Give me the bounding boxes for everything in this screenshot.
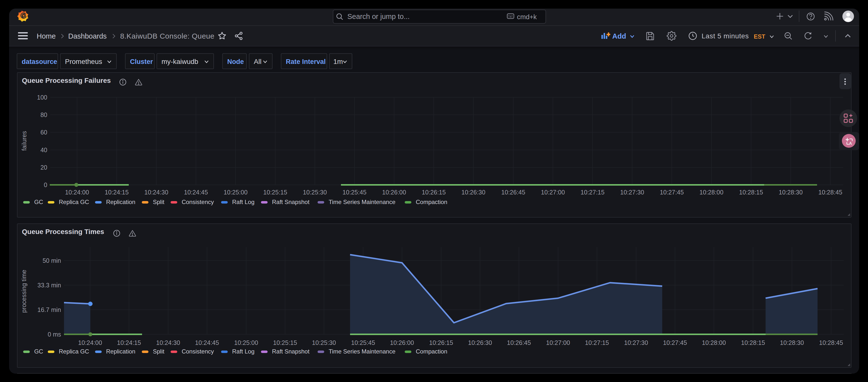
svg-text:10:28:00: 10:28:00 [700,189,723,196]
svg-text:50 min: 50 min [42,257,61,264]
svg-text:10:26:00: 10:26:00 [382,189,406,196]
svg-text:10:24:30: 10:24:30 [144,189,168,196]
svg-text:10:27:15: 10:27:15 [585,339,609,346]
svg-text:10:25:30: 10:25:30 [303,189,327,196]
svg-text:processing time: processing time [21,270,27,313]
svg-text:10:24:45: 10:24:45 [184,189,208,196]
svg-text:33.3 min: 33.3 min [37,282,61,288]
svg-text:10:25:00: 10:25:00 [223,189,247,196]
svg-text:10:25:00: 10:25:00 [234,339,258,346]
svg-text:A: A [849,141,852,146]
svg-text:10:26:30: 10:26:30 [468,339,492,346]
svg-text:10:26:45: 10:26:45 [501,189,525,196]
svg-text:10:24:30: 10:24:30 [156,339,180,346]
svg-text:10:26:45: 10:26:45 [507,339,531,346]
svg-text:10:27:45: 10:27:45 [663,339,687,346]
svg-text:failures: failures [21,131,28,151]
svg-text:10:24:00: 10:24:00 [78,339,102,346]
svg-text:100: 100 [37,94,47,101]
svg-text:80: 80 [40,111,47,118]
svg-text:10:28:30: 10:28:30 [779,189,803,196]
svg-text:10:27:30: 10:27:30 [620,189,644,196]
svg-text:10:28:45: 10:28:45 [819,339,843,346]
svg-text:40: 40 [40,146,47,153]
svg-text:10:25:45: 10:25:45 [342,189,366,196]
svg-text:10:24:00: 10:24:00 [65,189,89,196]
svg-text:10:28:15: 10:28:15 [739,189,763,196]
svg-text:10:26:00: 10:26:00 [390,339,414,346]
svg-text:20: 20 [40,164,47,171]
svg-text:60: 60 [40,129,47,136]
svg-text:10:27:00: 10:27:00 [541,189,565,196]
svg-text:10:27:45: 10:27:45 [660,189,684,196]
svg-text:10:27:00: 10:27:00 [546,339,570,346]
svg-text:10:26:15: 10:26:15 [429,339,453,346]
svg-text:10:28:45: 10:28:45 [818,189,842,196]
svg-text:10:24:15: 10:24:15 [117,339,141,346]
svg-text:10:28:15: 10:28:15 [741,339,765,346]
svg-text:10:28:00: 10:28:00 [702,339,726,346]
svg-text:10:28:30: 10:28:30 [780,339,804,346]
svg-text:10:27:15: 10:27:15 [581,189,604,196]
svg-text:10:25:45: 10:25:45 [351,339,375,346]
svg-text:10:25:15: 10:25:15 [273,339,297,346]
svg-text:0: 0 [44,181,47,188]
svg-text:10:25:15: 10:25:15 [263,189,287,196]
svg-text:10:25:30: 10:25:30 [312,339,336,346]
svg-text:10:27:30: 10:27:30 [624,339,648,346]
svg-text:10:24:45: 10:24:45 [195,339,219,346]
svg-text:10:24:15: 10:24:15 [104,189,128,196]
svg-text:16.7 min: 16.7 min [37,306,61,313]
svg-text:0 ms: 0 ms [48,331,61,338]
svg-text:10:26:15: 10:26:15 [422,189,445,196]
svg-text:10:26:30: 10:26:30 [461,189,485,196]
